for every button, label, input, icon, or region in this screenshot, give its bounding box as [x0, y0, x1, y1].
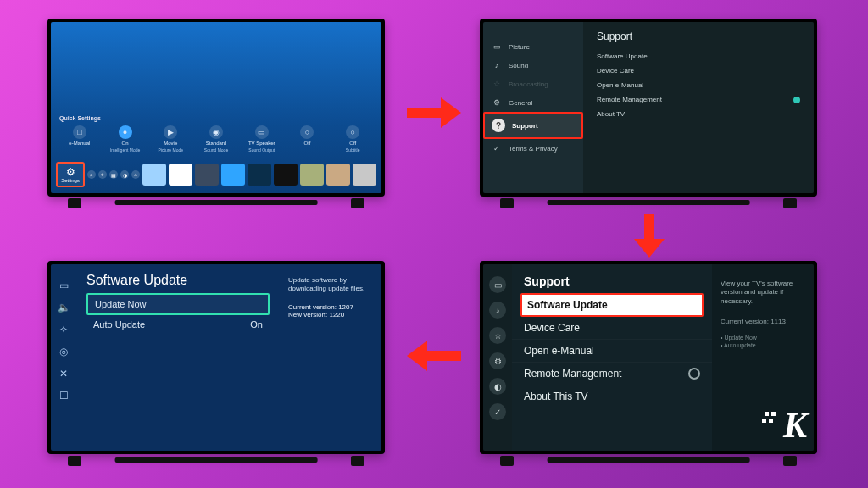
manual-icon[interactable]: ☐ [59, 390, 69, 402]
software-update-panel: Software Update Update Now Auto UpdateOn [76, 264, 280, 451]
tv-step1-home: Quick Settings □e-Manual ●OnIntelligent … [47, 19, 385, 197]
broadcast-icon[interactable]: ☆ [489, 327, 506, 344]
tools-icon[interactable]: ✕ [59, 368, 68, 380]
arrow-right-icon [407, 97, 461, 128]
support-header: Support [597, 30, 800, 42]
panel-title: Software Update [86, 273, 270, 288]
sound-icon: ♪ [492, 60, 502, 70]
row-software-update[interactable]: Software Update [597, 49, 800, 64]
arrow-left-icon [407, 341, 461, 371]
item-about-tv[interactable]: About This TV [512, 385, 712, 408]
search-icon[interactable]: ⌕ [87, 170, 96, 179]
general-icon[interactable]: ⚙ [489, 352, 506, 369]
tv-step4-update-now: ▭ 🔈 ✧ ◎ ✕ ☐ Software Update Update Now A… [47, 261, 385, 454]
sidebar-item-terms[interactable]: ✓Terms & Privacy [483, 139, 583, 158]
arrow-down-icon [634, 214, 665, 258]
broadcast-icon: ☆ [492, 79, 502, 89]
sidebar-item-general[interactable]: ⚙General [483, 93, 583, 112]
tv-step3-software-update-select: ▭ ♪ ☆ ⚙ ◐ ✓ Support Software Update Devi… [480, 261, 817, 454]
item-open-emanual[interactable]: Open e-Manual [512, 340, 712, 363]
item-remote-management[interactable]: Remote Management [512, 363, 712, 385]
row-remote-management[interactable]: Remote Management [597, 92, 800, 107]
terms-icon[interactable]: ✓ [489, 403, 506, 420]
sidebar-item-picture[interactable]: ▭Picture [483, 37, 583, 56]
qs-item-off1[interactable]: ○Off [287, 125, 328, 159]
sound-icon[interactable]: 🔈 [58, 302, 70, 313]
picture-icon[interactable]: ▭ [489, 276, 506, 293]
qs-item-picture-mode[interactable]: ▶MoviePicture Mode [150, 125, 191, 159]
current-version: Current version: 1207 [288, 303, 373, 311]
app-thumbnails [142, 164, 376, 186]
row-device-care[interactable]: Device Care [597, 64, 800, 78]
settings-button[interactable]: ⚙ Settings [56, 162, 85, 187]
toggle-indicator-icon [793, 97, 800, 103]
qs-item-subtitle[interactable]: ○OffSubtitle [332, 125, 373, 159]
quick-settings-label: Quick Settings [59, 115, 101, 121]
apps-icon[interactable]: ▦ [109, 170, 118, 179]
qs-item-emanual[interactable]: □e-Manual [59, 125, 100, 159]
item-software-update[interactable]: Software Update [520, 293, 704, 317]
quick-settings-row: □e-Manual ●OnIntelligent Mode ▶MoviePict… [59, 125, 373, 159]
sidebar-item-sound[interactable]: ♪Sound [483, 56, 583, 75]
tv-step2-settings-support: ▭Picture ♪Sound ☆Broadcasting ⚙General ?… [480, 19, 817, 197]
support-list: Support Software Update Device Care Open… [512, 264, 712, 451]
qs-item-sound-output[interactable]: ▭TV SpeakerSound Output [242, 125, 282, 159]
option-auto-update[interactable]: Auto UpdateOn [86, 315, 270, 334]
home-bottom-row: ⚙ Settings ⌕ ⎆ ▦ ◑ ⌂ [56, 161, 376, 188]
picture-icon: ▭ [492, 42, 502, 52]
sidebar-item-support[interactable]: ?Support [483, 112, 583, 139]
row-open-emanual[interactable]: Open e-Manual [597, 78, 800, 92]
qs-item-sound-mode[interactable]: ◉StandardSound Mode [196, 125, 236, 159]
settings-sidebar: ▭Picture ♪Sound ☆Broadcasting ⚙General ?… [483, 22, 583, 193]
support-header: Support [512, 271, 712, 293]
support-icon: ? [492, 119, 505, 132]
network-icon[interactable]: ◎ [59, 346, 68, 358]
left-icon-column: ▭ 🔈 ✧ ◎ ✕ ☐ [51, 264, 76, 451]
update-info: Update software by downloading update fi… [280, 264, 381, 451]
support-panel: Support Software Update Device Care Open… [583, 22, 814, 193]
gear-icon: ⚙ [66, 166, 75, 178]
picture-icon[interactable]: ▭ [59, 280, 69, 291]
terms-icon: ✓ [492, 143, 502, 153]
sidebar-item-broadcasting[interactable]: ☆Broadcasting [483, 75, 583, 93]
qs-item-intelligent-mode[interactable]: ●OnIntelligent Mode [105, 125, 146, 159]
support-icon[interactable]: ◐ [489, 378, 506, 395]
toggle-ring-icon [688, 368, 700, 380]
new-version: New version: 1220 [288, 311, 373, 319]
home-icon[interactable]: ⌂ [131, 170, 140, 179]
broadcast-icon[interactable]: ✧ [59, 324, 68, 336]
source-icon[interactable]: ⎆ [98, 170, 107, 179]
general-icon: ⚙ [492, 97, 502, 108]
left-icon-column: ▭ ♪ ☆ ⚙ ◐ ✓ [483, 264, 512, 451]
row-about-tv[interactable]: About TV [597, 107, 800, 121]
ambient-icon[interactable]: ◑ [120, 170, 129, 179]
mini-icons: ⌕ ⎆ ▦ ◑ ⌂ [87, 170, 140, 179]
watermark-logo: K [783, 405, 807, 446]
item-device-care[interactable]: Device Care [512, 317, 712, 340]
option-update-now[interactable]: Update Now [86, 293, 270, 315]
sound-icon[interactable]: ♪ [489, 302, 506, 319]
